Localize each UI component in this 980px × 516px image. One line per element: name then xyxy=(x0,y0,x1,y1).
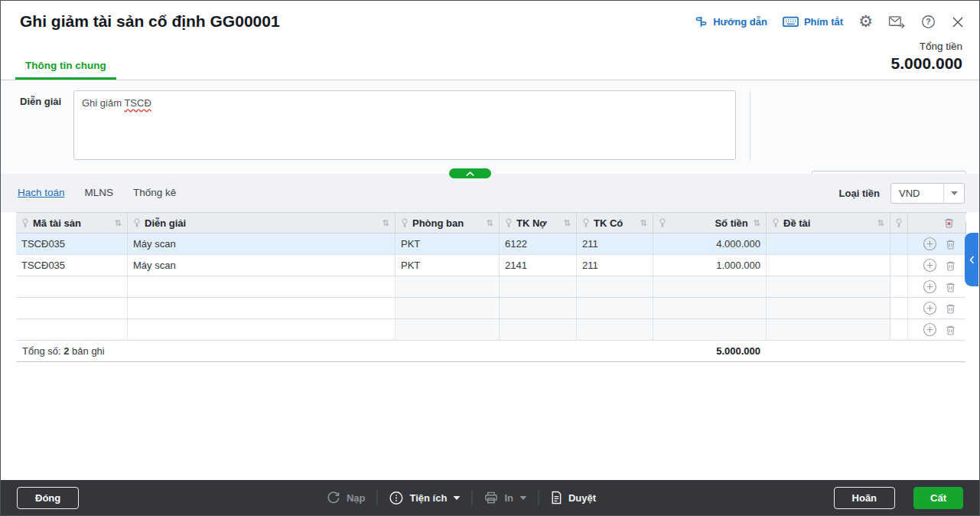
delete-row-icon[interactable] xyxy=(945,281,956,293)
settings-gear-icon[interactable]: ⚙ xyxy=(858,14,873,30)
save-button[interactable]: Cất xyxy=(913,487,963,509)
cell-ma-tai-san[interactable]: TSCĐ035 xyxy=(16,255,128,276)
side-panel-handle[interactable] xyxy=(965,233,978,286)
pin-column-icon[interactable] xyxy=(21,218,29,227)
cell-phong-ban[interactable] xyxy=(396,298,500,318)
cell-de-tai[interactable] xyxy=(767,234,890,254)
cell-tk-co[interactable]: 211 xyxy=(577,255,653,276)
cell-phong-ban[interactable]: PKT xyxy=(396,255,500,276)
cell-ma-tai-san[interactable] xyxy=(16,298,128,318)
column-header-tk-co[interactable]: TK Có ⇅ xyxy=(577,213,653,233)
cell-de-tai[interactable] xyxy=(767,276,890,297)
guide-link[interactable]: Hướng dẫn xyxy=(695,15,767,28)
pin-column-icon[interactable] xyxy=(401,218,409,227)
cell-dien-giai[interactable] xyxy=(128,319,396,340)
grid-row[interactable]: TSCĐ035 Máy scan PKT 6122 211 4.000.000 xyxy=(16,234,965,255)
grid-row[interactable]: TSCĐ035 Máy scan PKT 2141 211 1.000.000 xyxy=(16,255,965,276)
cell-phong-ban[interactable]: PKT xyxy=(396,234,500,254)
cell-dien-giai[interactable] xyxy=(128,276,396,297)
cell-so-tien[interactable] xyxy=(653,276,767,297)
cell-ma-tai-san[interactable]: TSCĐ035 xyxy=(16,234,128,254)
pin-column-icon[interactable] xyxy=(582,218,590,227)
cell-ma-tai-san[interactable] xyxy=(16,276,128,297)
cell-so-tien[interactable] xyxy=(653,319,767,340)
close-button[interactable]: Đóng xyxy=(17,487,79,509)
cell-tk-no[interactable] xyxy=(500,276,577,297)
add-row-icon[interactable] xyxy=(923,279,937,294)
tab-thong-tin-chung[interactable]: Thông tin chung xyxy=(15,60,116,80)
collapse-section-button[interactable] xyxy=(449,168,491,178)
cell-tk-co[interactable] xyxy=(577,298,653,318)
cell-tk-no[interactable]: 6122 xyxy=(500,234,577,254)
cell-tk-no[interactable] xyxy=(500,298,577,318)
close-icon[interactable] xyxy=(951,15,965,29)
column-header-de-tai[interactable]: Đề tài ⇅ xyxy=(767,213,890,233)
send-mail-icon[interactable] xyxy=(888,15,906,28)
cell-pin xyxy=(890,234,908,254)
cell-pin xyxy=(890,276,908,297)
sort-icon[interactable]: ⇅ xyxy=(383,218,389,228)
currency-label: Loại tiền xyxy=(839,188,880,199)
add-row-icon[interactable] xyxy=(923,237,937,251)
cell-tk-co[interactable]: 211 xyxy=(577,234,653,254)
tab-thong-ke[interactable]: Thống kê xyxy=(133,187,176,198)
delete-all-rows-icon[interactable] xyxy=(943,217,955,229)
tab-hach-toan[interactable]: Hạch toán xyxy=(18,187,65,198)
cell-dien-giai[interactable]: Máy scan xyxy=(128,255,396,276)
sort-icon[interactable]: ⇅ xyxy=(487,218,493,228)
cell-tk-co[interactable] xyxy=(577,319,653,340)
cell-de-tai[interactable] xyxy=(767,319,890,340)
delete-row-icon[interactable] xyxy=(945,260,956,272)
cell-so-tien[interactable]: 4.000.000 xyxy=(653,234,767,254)
column-header-dien-giai[interactable]: Diễn giải ⇅ xyxy=(128,213,396,233)
cell-phong-ban[interactable] xyxy=(396,319,500,340)
column-header-pin[interactable] xyxy=(890,213,908,233)
pin-column-icon[interactable] xyxy=(772,218,780,227)
grid-row-empty[interactable] xyxy=(16,276,965,298)
description-textarea[interactable]: Ghi giảm TSCĐ xyxy=(73,90,736,160)
cell-ma-tai-san[interactable] xyxy=(16,319,128,340)
cell-de-tai[interactable] xyxy=(767,255,890,276)
help-icon[interactable]: ? xyxy=(921,15,936,29)
delete-row-icon[interactable] xyxy=(945,302,956,315)
cell-actions xyxy=(908,255,965,276)
currency-select[interactable]: VND xyxy=(890,183,965,204)
pin-column-icon[interactable] xyxy=(659,218,666,227)
cell-so-tien[interactable] xyxy=(653,298,767,318)
cell-dien-giai[interactable]: Máy scan xyxy=(128,234,396,254)
column-header-so-tien[interactable]: Số tiền ⇅ xyxy=(653,213,767,233)
approve-button[interactable]: Duyệt xyxy=(550,491,596,505)
sort-icon[interactable]: ⇅ xyxy=(115,218,122,228)
pin-column-icon[interactable] xyxy=(133,218,141,227)
cell-tk-no[interactable]: 2141 xyxy=(500,255,577,276)
cell-de-tai[interactable] xyxy=(767,298,890,318)
cell-tk-co[interactable] xyxy=(577,276,653,297)
tab-mlns[interactable]: MLNS xyxy=(85,187,114,198)
add-row-icon[interactable] xyxy=(923,301,937,315)
sort-icon[interactable]: ⇅ xyxy=(877,218,884,228)
add-row-icon[interactable] xyxy=(923,322,937,337)
add-row-icon[interactable] xyxy=(923,258,937,273)
grid-row-empty[interactable] xyxy=(16,298,965,319)
sort-icon[interactable]: ⇅ xyxy=(564,218,571,228)
print-button[interactable]: In xyxy=(483,491,526,505)
utilities-button[interactable]: Tiện ích xyxy=(389,491,460,505)
cell-tk-no[interactable] xyxy=(500,319,577,340)
delete-row-icon[interactable] xyxy=(945,324,956,336)
postpone-button[interactable]: Hoãn xyxy=(834,487,896,509)
pin-column-icon[interactable] xyxy=(895,218,903,227)
delete-row-icon[interactable] xyxy=(945,238,956,250)
grid-row-empty[interactable] xyxy=(16,319,965,341)
column-header-phong-ban[interactable]: Phòng ban ⇅ xyxy=(396,213,500,233)
column-header-ma-tai-san[interactable]: Mã tài sản ⇅ xyxy=(16,213,128,233)
cell-so-tien[interactable]: 1.000.000 xyxy=(653,255,767,276)
cell-dien-giai[interactable] xyxy=(128,298,396,318)
reload-button[interactable]: Nạp xyxy=(326,491,366,505)
cell-pin xyxy=(890,255,908,276)
cell-phong-ban[interactable] xyxy=(396,276,500,297)
sort-icon[interactable]: ⇅ xyxy=(640,218,647,228)
pin-column-icon[interactable] xyxy=(505,218,513,227)
sort-icon[interactable]: ⇅ xyxy=(754,218,760,228)
column-header-tk-no[interactable]: TK Nợ ⇅ xyxy=(500,213,577,233)
shortcut-link[interactable]: Phím tắt xyxy=(783,16,843,28)
